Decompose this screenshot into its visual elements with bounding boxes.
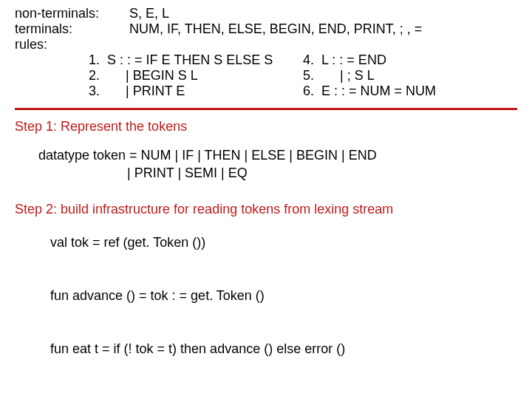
rule-6: 6. E : : = NUM = NUM — [303, 83, 517, 99]
rules-col-left: 1. S : : = IF E THEN S ELSE S 2. | BEGIN… — [89, 52, 303, 99]
terminals-row: terminals: NUM, IF, THEN, ELSE, BEGIN, E… — [15, 21, 517, 37]
rule-3: 3. | PRINT E — [89, 83, 303, 99]
terminals-label: terminals: — [15, 21, 129, 37]
rule-5: 5. | ; S L — [303, 68, 517, 83]
terminals-value: NUM, IF, THEN, ELSE, BEGIN, END, PRINT, … — [129, 21, 517, 37]
rules-row: rules: — [15, 37, 517, 52]
rule-4: 4. L : : = END — [303, 52, 517, 68]
rule-2: 2. | BEGIN S L — [89, 68, 303, 83]
divider — [15, 108, 517, 110]
step2-title: Step 2: build infrastructure for reading… — [15, 202, 517, 217]
nonterminals-value: S, E, L — [129, 6, 517, 21]
step1-code: datatype token = NUM | IF | THEN | ELSE … — [38, 146, 517, 183]
grammar-block: non-terminals: S, E, L terminals: NUM, I… — [15, 6, 517, 103]
rule-1: 1. S : : = IF E THEN S ELSE S — [89, 52, 303, 68]
step1-title: Step 1: Represent the tokens — [15, 119, 517, 134]
nonterminals-label: non-terminals: — [15, 6, 129, 21]
nonterminals-row: non-terminals: S, E, L — [15, 6, 517, 21]
rules-col-right: 4. L : : = END 5. | ; S L 6. E : : = NUM… — [303, 52, 517, 99]
rules-columns: 1. S : : = IF E THEN S ELSE S 2. | BEGIN… — [89, 52, 517, 99]
step2-code: val tok = ref (get. Token ()) fun advanc… — [50, 229, 517, 362]
rules-label: rules: — [15, 37, 129, 52]
